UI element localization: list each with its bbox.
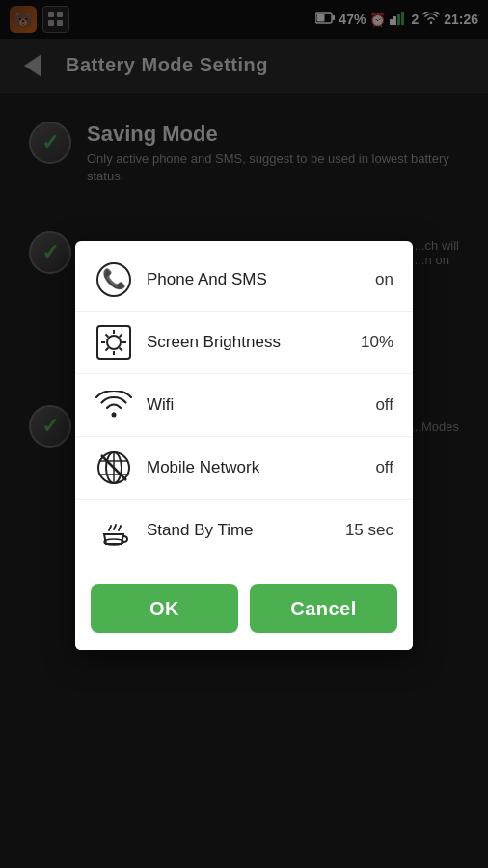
phone-sms-value: on [375, 270, 393, 289]
phone-icon: 📞 [95, 260, 133, 299]
mobile-network-value: off [375, 458, 393, 477]
mobile-network-row: Mobile Network off [75, 437, 413, 500]
ok-button[interactable]: OK [91, 584, 238, 633]
dialog: 📞 Phone And SMS on [75, 241, 413, 650]
cancel-button[interactable]: Cancel [250, 584, 397, 633]
brightness-label: Screen Brightness [147, 333, 361, 352]
svg-line-20 [106, 335, 109, 338]
stand-by-label: Stand By Time [147, 521, 345, 540]
screen-brightness-row: Screen Brightness 10% [75, 312, 413, 374]
wifi-label: Wifi [147, 395, 375, 415]
svg-text:📞: 📞 [102, 267, 126, 290]
phone-sms-label: Phone And SMS [147, 270, 375, 289]
stand-by-time-row: Stand By Time 15 sec [75, 500, 413, 561]
network-icon [95, 448, 133, 487]
stand-by-value: 15 sec [345, 521, 393, 540]
wifi-value: off [375, 395, 393, 415]
mobile-network-label: Mobile Network [147, 458, 375, 477]
phone-sms-row: 📞 Phone And SMS on [75, 249, 413, 312]
svg-point-24 [112, 413, 117, 418]
svg-line-23 [106, 348, 109, 351]
dialog-buttons: OK Cancel [75, 569, 413, 650]
brightness-value: 10% [361, 333, 393, 352]
brightness-icon [95, 323, 133, 362]
svg-line-21 [120, 348, 122, 351]
svg-point-15 [107, 336, 121, 349]
standby-icon [95, 511, 133, 550]
svg-line-22 [120, 335, 122, 338]
dialog-content: 📞 Phone And SMS on [75, 241, 413, 569]
wifi-row: Wifi off [75, 374, 413, 437]
wifi-icon [95, 386, 133, 424]
